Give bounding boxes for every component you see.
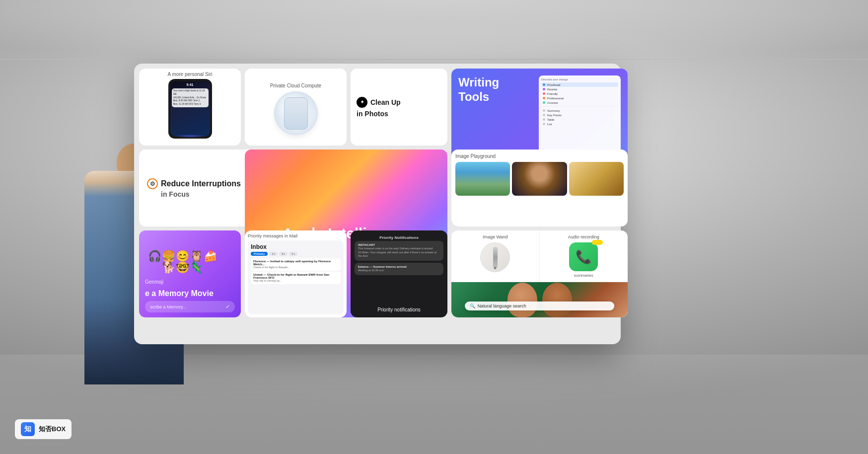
writing-tools-title: WritingTools xyxy=(458,76,499,104)
wr-professional-label: Professional xyxy=(547,97,564,100)
writing-row-rewrite: Rewrite xyxy=(541,87,618,91)
mail-from-florence: Florence — Invited to cakepy soft openin… xyxy=(253,260,338,266)
image-playground-content: Image Playground xyxy=(451,150,628,227)
emoji-dog: 🐕 xyxy=(162,262,175,273)
notif-instacart-title: INSTACART xyxy=(358,243,440,246)
card-bottom-right: Image Wand Audio recording 📞 summaries xyxy=(451,230,628,317)
notif-sub2: Mon, 11:18 AM SFO Term 3 xyxy=(173,103,207,106)
wand-circle xyxy=(480,242,510,272)
mail-preview-united: Your trip is coming up... xyxy=(253,279,338,283)
wr-dot-friendly xyxy=(543,92,545,95)
siri-glow-indicator xyxy=(173,135,208,138)
siri-phone-screen: 9:41 Your mom's flight lands at 11:18 AM… xyxy=(170,81,210,136)
memory-prompt-text: scribe a Memory... xyxy=(150,304,186,309)
person-face-right xyxy=(542,283,572,317)
writing-row-concise: Concise xyxy=(541,100,618,105)
notif-edwina-body: Meeting at 10:30 a.m. xyxy=(358,269,440,273)
photo-puppy xyxy=(569,162,624,196)
card-cloud: Private Cloud Compute xyxy=(245,69,347,146)
writing-row-proofread: Proofread xyxy=(541,82,618,87)
notif-card-instacart: INSTACART This Instacart order is on the… xyxy=(355,241,443,261)
emoji-headphones: 🎧 xyxy=(148,251,161,262)
audio-recording-section: Audio recording 📞 summaries xyxy=(540,230,628,282)
phone-green-icon-container: 📞 xyxy=(569,242,598,271)
siri-notification-card: Your mom's flight lands at 11:18 AM. UA1… xyxy=(172,88,209,107)
phone-time: 9:41 xyxy=(172,83,209,86)
cleanup-title: Clean Up xyxy=(370,98,401,106)
writing-row-friendly: Friendly xyxy=(541,91,618,96)
photo-astronaut xyxy=(512,162,567,196)
mail-preview-florence: Check-in for flight to Newark... xyxy=(253,266,338,269)
cleanup-top-row: ✦ Clean Up xyxy=(357,97,441,108)
cleanup-content: ✦ Clean Up in Photos xyxy=(351,69,447,146)
cleanup-icon: ✦ xyxy=(357,97,367,108)
memory-content: 🎧 🍔 😊 🦉 🍰 🐕 🤓 🦎 Genmoji e a Memory Movie… xyxy=(139,230,241,317)
siri-phone-wrap: 9:41 Your mom's flight lands at 11:18 AM… xyxy=(139,79,241,139)
writing-row-table: Table xyxy=(541,117,618,122)
memory-movie-title: e a Memory Movie xyxy=(145,289,235,298)
natural-search-bar[interactable]: 🔍 Natural language search xyxy=(465,302,615,310)
mail-tab-primary[interactable]: Primary xyxy=(251,252,268,256)
priority-notif-bottom-label: Priority notifications xyxy=(355,305,443,313)
mail-tab-2[interactable]: 2+ xyxy=(279,252,288,256)
wr-dot-proofread xyxy=(543,83,545,86)
card-siri: A more personal Siri 9:41 Your mom's fli… xyxy=(139,69,241,146)
wr-list-label: List xyxy=(547,123,552,126)
wand-pencil-tip xyxy=(494,267,497,269)
wr-divider xyxy=(541,106,618,107)
watermark-logo-text: 知 xyxy=(24,425,31,434)
emoji-cake: 🍰 xyxy=(204,251,217,262)
priority-mail-content: Priority messages in Mail Inbox Primary … xyxy=(245,230,347,317)
wr-rewrite-label: Rewrite xyxy=(547,88,557,91)
watermark-label: 知否BOX xyxy=(39,425,66,434)
audio-recording-title: Audio recording xyxy=(568,234,599,239)
iphone-in-sphere xyxy=(284,97,308,130)
wr-dot-keypoints xyxy=(543,114,545,116)
card-priority-notifications: Priority Notifications INSTACART This In… xyxy=(351,230,447,317)
siri-phone-mockup: 9:41 Your mom's flight lands at 11:18 AM… xyxy=(168,79,212,139)
notif-instacart-body: This Instacart order is on the way! Deli… xyxy=(358,247,440,258)
wr-table-label: Table xyxy=(547,118,554,121)
card-image-playground: Image Playground xyxy=(451,150,628,227)
wr-dot-concise xyxy=(543,101,545,104)
audio-yellow-pill xyxy=(592,240,603,245)
wr-dot-professional xyxy=(543,97,545,99)
priority-mail-header: Priority messages in Mail xyxy=(248,233,344,238)
image-playground-photos xyxy=(455,162,624,196)
notif-card-edwina: Edwina — Summer Interns arrived Meeting … xyxy=(355,263,443,275)
genmoji-label: Genmoji xyxy=(145,279,235,285)
writing-row-keypoints: Key Points xyxy=(541,113,618,117)
person-face-left xyxy=(507,283,537,317)
mail-item-florence: Florence — Invited to cakepy soft openin… xyxy=(251,258,341,271)
priority-notif-content: Priority Notifications INSTACART This In… xyxy=(351,230,447,317)
natural-search-section: 🔍 Natural language search xyxy=(451,282,628,317)
focus-icon: ⚙ xyxy=(147,178,158,189)
notif-detail: UA1304, United Airlin... En Route xyxy=(173,96,207,100)
mail-from-united: United — Check-in for flight to Newark E… xyxy=(253,273,338,279)
genmoji-emoji-grid: 🎧 🍔 😊 🦉 🍰 🐕 🤓 🦎 xyxy=(145,251,219,273)
notif-sub1: Mon, 8:45 AM ORD Term 1 xyxy=(173,99,207,103)
image-playground-title: Image Playground xyxy=(455,153,624,159)
search-icon: 🔍 xyxy=(470,303,475,308)
natural-search-text: Natural language search xyxy=(478,303,526,308)
wr-proofread-label: Proofread xyxy=(547,83,560,86)
wr-concise-label: Concise xyxy=(547,101,558,104)
memory-prompt-box: scribe a Memory... ✓ xyxy=(145,301,235,312)
photo-mountain xyxy=(455,162,510,196)
mail-tab-3[interactable]: 1+ xyxy=(289,252,297,256)
people-overlay xyxy=(451,282,628,317)
notif-cards-area: INSTACART This Instacart order is on the… xyxy=(355,241,443,305)
notif-title: Your mom's flight lands at 11:18 AM. xyxy=(173,89,207,96)
wand-pencil-body xyxy=(493,247,498,268)
focus-title: Reduce Interruptions xyxy=(161,179,241,188)
watermark-logo: 知 xyxy=(21,422,35,436)
mail-item-united: United — Check-in for flight to Newark E… xyxy=(251,272,341,284)
wr-dot-summary xyxy=(543,109,545,112)
wr-dot-rewrite xyxy=(543,88,545,90)
writing-row-professional: Professional xyxy=(541,96,618,100)
memory-check-icon: ✓ xyxy=(225,303,230,310)
mail-tab-1[interactable]: 1+ xyxy=(269,252,278,256)
wr-keypoints-label: Key Points xyxy=(547,114,562,117)
feature-board: A more personal Siri 9:41 Your mom's fli… xyxy=(134,64,621,344)
siri-title: A more personal Siri xyxy=(139,69,241,79)
